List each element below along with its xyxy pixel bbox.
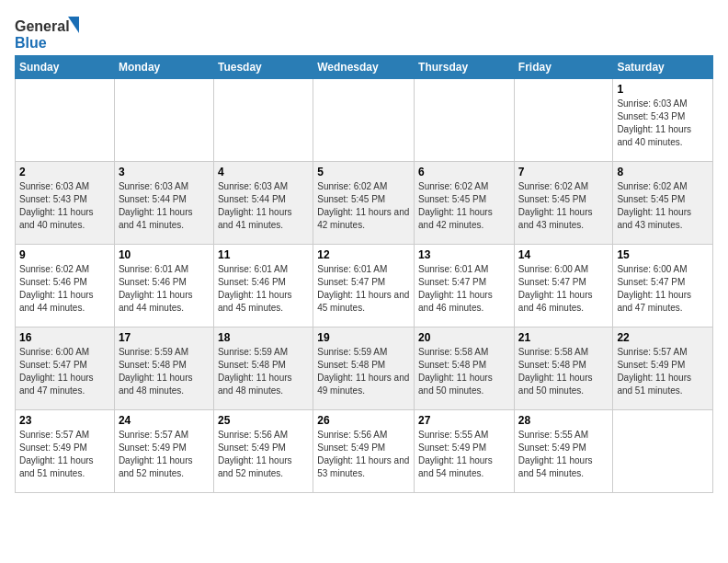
cell-info: Sunrise: 6:01 AM Sunset: 5:47 PM Dayligh…	[418, 263, 510, 315]
day-number: 24	[119, 414, 210, 427]
calendar-cell: 18Sunrise: 5:59 AM Sunset: 5:48 PM Dayli…	[213, 327, 313, 410]
cell-info: Sunrise: 6:00 AM Sunset: 5:47 PM Dayligh…	[518, 263, 609, 315]
cell-info: Sunrise: 6:00 AM Sunset: 5:47 PM Dayligh…	[617, 263, 709, 315]
day-number: 28	[518, 414, 609, 427]
calendar-week-4: 16Sunrise: 6:00 AM Sunset: 5:47 PM Dayli…	[16, 327, 713, 410]
cell-info: Sunrise: 5:57 AM Sunset: 5:49 PM Dayligh…	[19, 429, 110, 480]
calendar-cell: 22Sunrise: 5:57 AM Sunset: 5:49 PM Dayli…	[613, 327, 713, 410]
column-header-friday: Friday	[514, 56, 613, 79]
cell-info: Sunrise: 6:03 AM Sunset: 5:43 PM Dayligh…	[617, 98, 709, 149]
cell-info: Sunrise: 6:03 AM Sunset: 5:43 PM Dayligh…	[19, 180, 110, 232]
cell-info: Sunrise: 6:02 AM Sunset: 5:45 PM Dayligh…	[617, 180, 709, 232]
day-number: 4	[218, 166, 309, 178]
cell-info: Sunrise: 6:01 AM Sunset: 5:46 PM Dayligh…	[119, 263, 210, 315]
calendar-cell: 24Sunrise: 5:57 AM Sunset: 5:49 PM Dayli…	[114, 410, 213, 493]
calendar-cell: 16Sunrise: 6:00 AM Sunset: 5:47 PM Dayli…	[16, 327, 115, 410]
calendar-cell: 26Sunrise: 5:56 AM Sunset: 5:49 PM Dayli…	[313, 410, 415, 493]
calendar-header-row: SundayMondayTuesdayWednesdayThursdayFrid…	[16, 56, 713, 79]
calendar-cell	[313, 79, 415, 162]
day-number: 19	[317, 331, 410, 344]
day-number: 11	[218, 248, 309, 261]
cell-info: Sunrise: 5:55 AM Sunset: 5:49 PM Dayligh…	[518, 429, 609, 480]
day-number: 21	[518, 331, 609, 344]
cell-info: Sunrise: 6:02 AM Sunset: 5:45 PM Dayligh…	[418, 180, 510, 232]
calendar-cell	[613, 410, 713, 493]
calendar-cell: 15Sunrise: 6:00 AM Sunset: 5:47 PM Dayli…	[613, 245, 713, 327]
column-header-monday: Monday	[114, 56, 213, 79]
calendar-cell: 25Sunrise: 5:56 AM Sunset: 5:49 PM Dayli…	[213, 410, 313, 493]
day-number: 20	[418, 331, 510, 344]
cell-info: Sunrise: 6:02 AM Sunset: 5:45 PM Dayligh…	[317, 180, 410, 232]
calendar-cell: 12Sunrise: 6:01 AM Sunset: 5:47 PM Dayli…	[313, 245, 415, 327]
calendar-cell	[114, 79, 213, 162]
day-number: 16	[19, 331, 110, 344]
day-number: 2	[19, 166, 110, 178]
calendar-cell: 5Sunrise: 6:02 AM Sunset: 5:45 PM Daylig…	[313, 162, 415, 245]
calendar-cell: 28Sunrise: 5:55 AM Sunset: 5:49 PM Dayli…	[514, 410, 613, 493]
day-number: 9	[19, 248, 110, 261]
cell-info: Sunrise: 5:55 AM Sunset: 5:49 PM Dayligh…	[418, 429, 510, 480]
calendar-cell: 1Sunrise: 6:03 AM Sunset: 5:43 PM Daylig…	[613, 79, 713, 162]
calendar-cell: 9Sunrise: 6:02 AM Sunset: 5:46 PM Daylig…	[16, 245, 115, 327]
cell-info: Sunrise: 6:01 AM Sunset: 5:47 PM Dayligh…	[317, 263, 410, 315]
day-number: 6	[418, 166, 510, 178]
day-number: 15	[617, 248, 709, 261]
cell-info: Sunrise: 6:03 AM Sunset: 5:44 PM Dayligh…	[119, 180, 210, 232]
day-number: 22	[617, 331, 709, 344]
day-number: 1	[617, 83, 709, 96]
calendar-cell: 23Sunrise: 5:57 AM Sunset: 5:49 PM Dayli…	[16, 410, 115, 493]
calendar-cell: 8Sunrise: 6:02 AM Sunset: 5:45 PM Daylig…	[613, 162, 713, 245]
column-header-tuesday: Tuesday	[213, 56, 313, 79]
svg-text:Blue: Blue	[15, 35, 47, 51]
cell-info: Sunrise: 5:59 AM Sunset: 5:48 PM Dayligh…	[218, 346, 309, 397]
day-number: 12	[317, 248, 410, 261]
logo-icon: General Blue	[15, 15, 70, 48]
calendar-cell: 6Sunrise: 6:02 AM Sunset: 5:45 PM Daylig…	[415, 162, 515, 245]
cell-info: Sunrise: 6:00 AM Sunset: 5:47 PM Dayligh…	[19, 346, 110, 397]
calendar-cell	[415, 79, 515, 162]
day-number: 23	[19, 414, 110, 427]
svg-text:General: General	[15, 18, 70, 34]
day-number: 10	[119, 248, 210, 261]
cell-info: Sunrise: 5:58 AM Sunset: 5:48 PM Dayligh…	[418, 346, 510, 397]
cell-info: Sunrise: 5:56 AM Sunset: 5:49 PM Dayligh…	[218, 429, 309, 480]
day-number: 5	[317, 166, 410, 178]
cell-info: Sunrise: 6:01 AM Sunset: 5:46 PM Dayligh…	[218, 263, 309, 315]
calendar-cell: 27Sunrise: 5:55 AM Sunset: 5:49 PM Dayli…	[415, 410, 515, 493]
cell-info: Sunrise: 5:57 AM Sunset: 5:49 PM Dayligh…	[617, 346, 709, 397]
calendar-week-5: 23Sunrise: 5:57 AM Sunset: 5:49 PM Dayli…	[16, 410, 713, 493]
calendar-cell: 11Sunrise: 6:01 AM Sunset: 5:46 PM Dayli…	[213, 245, 313, 327]
day-number: 18	[218, 331, 309, 344]
calendar-cell: 19Sunrise: 5:59 AM Sunset: 5:48 PM Dayli…	[313, 327, 415, 410]
day-number: 7	[518, 166, 609, 178]
day-number: 8	[617, 166, 709, 178]
calendar-cell: 10Sunrise: 6:01 AM Sunset: 5:46 PM Dayli…	[114, 245, 213, 327]
column-header-thursday: Thursday	[415, 56, 515, 79]
day-number: 13	[418, 248, 510, 261]
calendar-cell: 13Sunrise: 6:01 AM Sunset: 5:47 PM Dayli…	[415, 245, 515, 327]
calendar-week-1: 1Sunrise: 6:03 AM Sunset: 5:43 PM Daylig…	[16, 79, 713, 162]
day-number: 27	[418, 414, 510, 427]
cell-info: Sunrise: 5:56 AM Sunset: 5:49 PM Dayligh…	[317, 429, 410, 480]
column-header-saturday: Saturday	[613, 56, 713, 79]
day-number: 25	[218, 414, 309, 427]
calendar-cell	[16, 79, 115, 162]
cell-info: Sunrise: 6:02 AM Sunset: 5:46 PM Dayligh…	[19, 263, 110, 315]
calendar-cell: 20Sunrise: 5:58 AM Sunset: 5:48 PM Dayli…	[415, 327, 515, 410]
calendar-cell	[213, 79, 313, 162]
cell-info: Sunrise: 6:03 AM Sunset: 5:44 PM Dayligh…	[218, 180, 309, 232]
logo: General Blue	[15, 15, 70, 48]
cell-info: Sunrise: 5:59 AM Sunset: 5:48 PM Dayligh…	[119, 346, 210, 397]
calendar-week-3: 9Sunrise: 6:02 AM Sunset: 5:46 PM Daylig…	[16, 245, 713, 327]
cell-info: Sunrise: 6:02 AM Sunset: 5:45 PM Dayligh…	[518, 180, 609, 232]
calendar-cell: 3Sunrise: 6:03 AM Sunset: 5:44 PM Daylig…	[114, 162, 213, 245]
calendar-cell: 17Sunrise: 5:59 AM Sunset: 5:48 PM Dayli…	[114, 327, 213, 410]
calendar-cell	[514, 79, 613, 162]
day-number: 17	[119, 331, 210, 344]
cell-info: Sunrise: 5:59 AM Sunset: 5:48 PM Dayligh…	[317, 346, 410, 397]
cell-info: Sunrise: 5:58 AM Sunset: 5:48 PM Dayligh…	[518, 346, 609, 397]
day-number: 3	[119, 166, 210, 178]
page-header: General Blue	[15, 15, 713, 48]
day-number: 26	[317, 414, 410, 427]
day-number: 14	[518, 248, 609, 261]
